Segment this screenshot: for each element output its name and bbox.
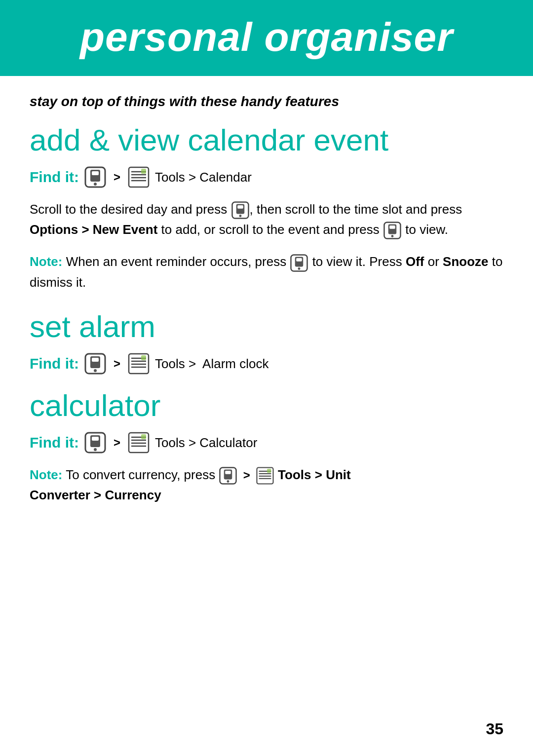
page-title: personal organiser <box>20 14 513 60</box>
calculator-note: Note: To convert currency, press > Tools… <box>30 465 503 505</box>
calendar-note: Note: When an event reminder occurs, pre… <box>30 252 503 292</box>
device-icon-inline-3 <box>290 254 308 272</box>
calendar-body: Scroll to the desired day and press , th… <box>30 199 503 240</box>
menu-icon-calc <box>127 431 150 454</box>
calendar-find-it: Find it: > Tools > Calendar <box>30 166 503 189</box>
device-icon-alarm <box>84 352 107 375</box>
calendar-title: add & view calendar event <box>30 123 503 157</box>
alarm-section: set alarm Find it: > Tools > Alarm clock <box>30 310 503 375</box>
alarm-title: set alarm <box>30 310 503 343</box>
calculator-find-it-label: Find it: <box>30 434 79 451</box>
device-icon-inline-4 <box>219 466 237 485</box>
device-icon-calendar <box>84 166 107 189</box>
calculator-find-it: Find it: > Tools > Calculator <box>30 431 503 454</box>
alarm-find-it-label: Find it: <box>30 355 79 372</box>
calendar-section: add & view calendar event Find it: > Too… <box>30 123 503 292</box>
chevron-3: > <box>114 436 120 450</box>
main-content: stay on top of things with these handy f… <box>0 76 533 553</box>
calculator-find-it-path: Tools > Calculator <box>155 435 257 451</box>
alarm-find-it: Find it: > Tools > Alarm clock <box>30 352 503 375</box>
calculator-title: calculator <box>30 389 503 422</box>
header-banner: personal organiser <box>0 0 533 76</box>
calculator-note-label: Note: <box>30 467 62 482</box>
calendar-find-it-label: Find it: <box>30 169 79 186</box>
calculator-section: calculator Find it: > Tools > Calculator… <box>30 389 503 505</box>
device-icon-inline-2 <box>383 221 402 240</box>
calendar-find-it-path: Tools > Calendar <box>155 170 252 185</box>
menu-icon-inline <box>256 466 274 485</box>
device-icon-inline-1 <box>231 201 250 220</box>
menu-icon-calendar <box>127 166 150 189</box>
page-number: 35 <box>486 720 503 738</box>
device-icon-calc <box>84 431 107 454</box>
menu-icon-alarm <box>127 352 150 375</box>
calendar-note-label: Note: <box>30 254 62 269</box>
chevron-2: > <box>114 357 120 371</box>
chevron-1: > <box>114 170 120 184</box>
subtitle: stay on top of things with these handy f… <box>30 94 503 110</box>
alarm-find-it-path: Tools > Alarm clock <box>155 356 268 372</box>
